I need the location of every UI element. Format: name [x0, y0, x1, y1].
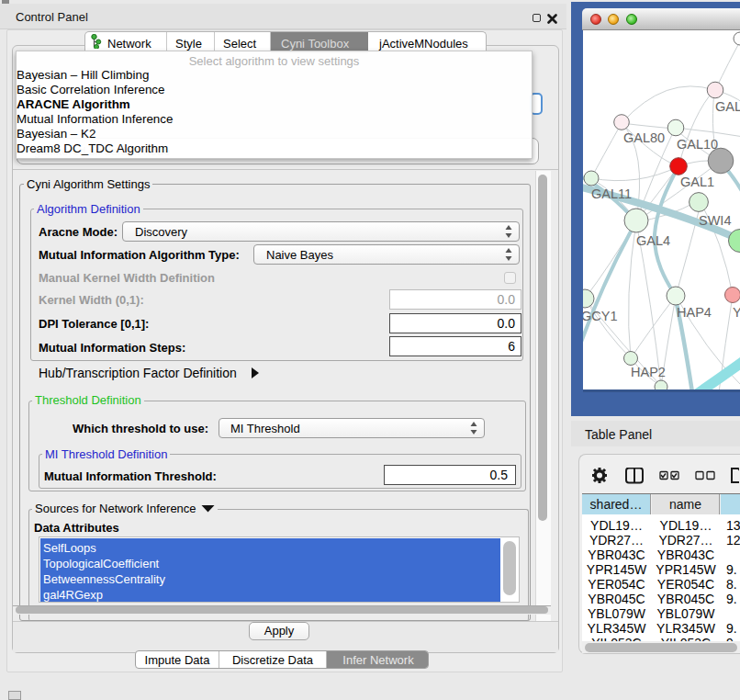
svg-text:GAL4: GAL4	[636, 233, 670, 248]
svg-text:Y: Y	[733, 305, 740, 320]
svg-text:GAL11: GAL11	[591, 186, 632, 201]
svg-text:HAP4: HAP4	[677, 305, 712, 320]
svg-text:GAL10: GAL10	[677, 137, 718, 152]
svg-text:GAL7: GAL7	[715, 99, 740, 114]
svg-text:GCY1: GCY1	[583, 309, 618, 323]
svg-text:HAP2: HAP2	[631, 365, 666, 379]
svg-text:SWI4: SWI4	[699, 213, 731, 228]
svg-text:GAL80: GAL80	[623, 130, 665, 145]
svg-text:GAL1: GAL1	[680, 175, 714, 189]
